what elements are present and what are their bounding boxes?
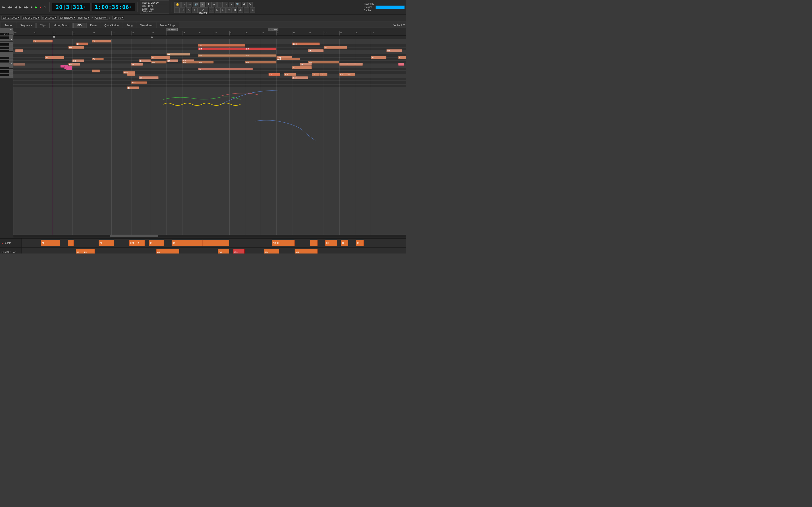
note-b4-1[interactable]: B4 [166, 53, 190, 56]
note-c5-small[interactable] [15, 49, 23, 52]
regress-dropdown[interactable]: Regress ▾ [77, 16, 90, 19]
in-position[interactable]: in 26|1|000 ▾ [41, 16, 57, 19]
note-e4-1[interactable]: E4 [292, 66, 312, 69]
note-f5-1[interactable]: F5 [33, 40, 52, 43]
tool-zoom[interactable]: ⊕ [242, 2, 247, 7]
clock-panel[interactable]: Internal Clock ▾ 48k 1024 32 Bit Float 3… [140, 0, 169, 14]
piano-key-db5[interactable] [0, 37, 9, 39]
note-g4-1[interactable]: G4 [72, 59, 84, 62]
note-a4-end[interactable]: A4 [398, 56, 406, 59]
tool-3[interactable]: ✂ [187, 2, 192, 7]
note-pink3[interactable] [66, 68, 72, 70]
note-fs4-3[interactable]: F#4 [198, 61, 214, 63]
note-f4-small4[interactable] [355, 63, 363, 66]
tab-song[interactable]: Song [123, 23, 136, 28]
out-position[interactable]: out 33|1|000 ▾ [58, 16, 76, 19]
record-btn[interactable]: ● [39, 5, 42, 9]
piano-key-db4[interactable] [0, 60, 9, 62]
sord-note-6[interactable]: D♭5 [233, 249, 245, 253]
legato-note-13[interactable]: C5 [356, 240, 364, 246]
piano-key-bb4[interactable] [0, 43, 9, 46]
tool-arrow[interactable]: ↕ [192, 7, 197, 13]
tool-4[interactable]: 🔊 [193, 2, 199, 7]
note-eb5-big[interactable]: Eb5 [292, 43, 320, 45]
note-c4-5[interactable]: C4 [339, 73, 347, 76]
tool-wave2[interactable]: ∿ [250, 7, 255, 13]
note-c4-6[interactable]: C4 [347, 73, 355, 76]
note-fs4-4[interactable]: F#4 [308, 61, 339, 63]
legato-track[interactable]: F5 F5 D#4 F4 G4 B4 F#4, B♭4 E4 D5 C5 [22, 238, 406, 247]
note-b3-2[interactable]: B♭3 [292, 76, 308, 79]
legato-note-5[interactable]: F4 [137, 240, 145, 246]
horizontal-scrollbar[interactable] [13, 235, 406, 237]
back-btn[interactable]: ◀ [14, 5, 18, 9]
tab-meter[interactable]: Meter Bridge [157, 23, 179, 28]
legato-note-11[interactable]: E4 [325, 240, 337, 246]
note-d4-big[interactable]: D4 [198, 68, 253, 70]
scrollbar-thumb[interactable] [110, 235, 158, 237]
note-f4-small2[interactable] [339, 63, 347, 66]
piano-key-fs3[interactable] [0, 74, 9, 76]
note-fs4-1[interactable]: F#4 [151, 61, 166, 63]
midi-grid[interactable]: Ab Major F Major 19 20 21 22 23 24 25 26… [13, 28, 406, 238]
sord-note-3[interactable]: A4 [156, 249, 179, 253]
tool-loop2[interactable]: ↺ [180, 7, 185, 13]
sord-note-2[interactable]: E5 [83, 249, 95, 253]
tool-grid[interactable]: ⊞ [232, 7, 237, 13]
note-bb4-2[interactable]: B♭4 [245, 54, 276, 57]
note-f4-small1[interactable] [13, 63, 25, 66]
note-bb4-1[interactable]: B♭4 [198, 54, 253, 57]
sord-track[interactable]: D5 E5 A4 F#4 D♭5 D♭5 A♭4 A♭4 [22, 248, 406, 253]
piano-key-ab3[interactable] [0, 70, 9, 73]
legato-note-2[interactable] [68, 240, 74, 246]
clock-title[interactable]: Internal Clock ▾ [142, 1, 167, 4]
note-db4-2[interactable] [127, 73, 135, 76]
legato-note-9[interactable]: F#4, B♭4 [272, 240, 295, 246]
tool-bars[interactable]: 2BARS [197, 7, 208, 13]
note-a4-2[interactable]: A4 [151, 56, 170, 59]
rewind-btn[interactable]: ◀◀ [7, 5, 13, 9]
tool-r[interactable]: R [215, 7, 220, 13]
piano-key-bb3[interactable] [0, 67, 9, 69]
legato-note-12[interactable]: D5 [341, 240, 349, 246]
note-g4-3[interactable]: G4 [166, 59, 179, 62]
tool-edit[interactable]: ⎋ [186, 7, 191, 13]
tab-quickscribe[interactable]: QuickScribe [101, 23, 122, 28]
note-a4-4[interactable]: A4 [371, 56, 387, 59]
sord-note-7[interactable]: A♭4 [264, 249, 280, 253]
fast-rewind-btn[interactable]: ⏮ [1, 5, 6, 9]
piano-key-fs4[interactable] [0, 50, 9, 52]
note-g4-2[interactable]: G4 [139, 59, 151, 62]
note-f4-2[interactable]: F4 [131, 63, 143, 66]
sord-note-4[interactable]: F#4 [218, 249, 230, 253]
tool-pencil[interactable]: ✏ [211, 2, 217, 7]
tool-2[interactable]: ♪ [181, 2, 187, 7]
start-position[interactable]: start 18|1|000 ▾ [1, 16, 20, 19]
legato-note-8[interactable] [202, 240, 229, 246]
tab-tracks[interactable]: Tracks [1, 23, 16, 28]
stop-position[interactable]: stop 26|1|000 ▾ [21, 16, 40, 19]
tool-merge[interactable]: ⊕ [238, 7, 243, 13]
note-b3-1[interactable]: B3 [139, 76, 158, 79]
legato-note-1[interactable]: F5 [41, 240, 60, 246]
tool-step[interactable]: ⊢ [174, 7, 180, 13]
tab-sequence[interactable]: Sequence [17, 23, 36, 28]
note-fs4-big[interactable]: F#4 [245, 61, 276, 63]
legato-note-6[interactable]: G4 [149, 240, 164, 246]
note-ab3-1[interactable]: A♭3 [131, 81, 147, 84]
note-a4-1[interactable]: A4 [45, 56, 64, 59]
note-db5-1[interactable]: D♭5 [198, 44, 245, 47]
tab-waveform[interactable]: Waveform [137, 23, 156, 28]
note-c4-1[interactable]: C4 [268, 73, 280, 76]
tab-mixing[interactable]: Mixing Board [50, 23, 73, 28]
note-db5-hl[interactable]: D♭5 [198, 48, 245, 50]
tool-scissors[interactable]: ✂ [220, 7, 226, 13]
note-d4-small1[interactable] [92, 69, 100, 72]
tab-clips[interactable]: Clips [36, 23, 49, 28]
tool-cursor[interactable]: ↖ [200, 2, 205, 7]
piano-key-ab4[interactable] [0, 47, 9, 49]
legato-note-7[interactable]: B4 [171, 240, 202, 246]
note-db5-2[interactable]: D♭5 [245, 48, 276, 50]
tool-dot[interactable]: • [229, 2, 234, 7]
stop-btn[interactable]: ■ [30, 5, 33, 9]
